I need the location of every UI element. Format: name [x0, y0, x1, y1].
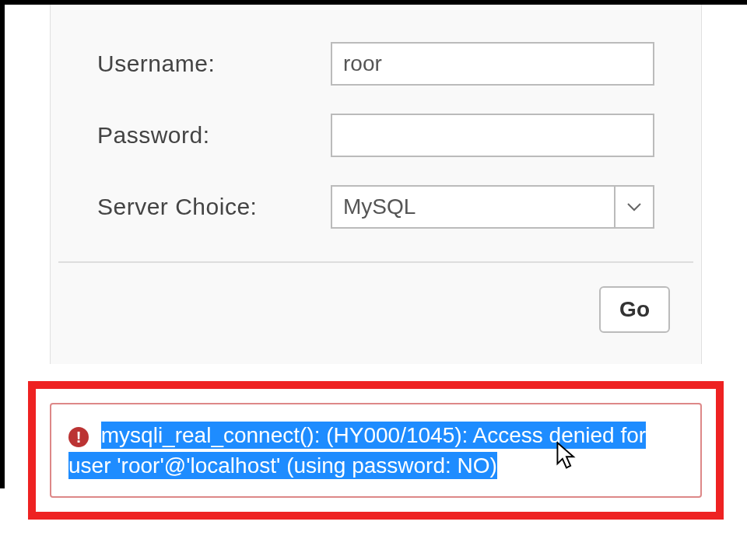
- server-choice-select[interactable]: MySQL: [331, 185, 654, 229]
- server-choice-label: Server Choice:: [97, 194, 331, 220]
- password-label: Password:: [97, 122, 331, 149]
- server-choice-row: Server Choice: MySQL: [51, 171, 701, 243]
- login-form: Username: Password: Server Choice: MySQL…: [50, 5, 702, 364]
- error-highlight-frame: ! mysqli_real_connect(): (HY000/1045): A…: [28, 381, 724, 520]
- chevron-down-icon: [614, 185, 654, 229]
- username-input[interactable]: [331, 42, 654, 86]
- viewport: Username: Password: Server Choice: MySQL…: [0, 0, 747, 488]
- error-message-text[interactable]: mysqli_real_connect(): (HY000/1045): Acc…: [68, 422, 646, 479]
- username-row: Username:: [51, 28, 701, 100]
- server-choice-value: MySQL: [331, 185, 614, 229]
- username-label: Username:: [97, 51, 331, 77]
- password-row: Password:: [51, 100, 701, 171]
- password-input[interactable]: [331, 114, 654, 157]
- error-icon: !: [68, 427, 89, 447]
- go-button[interactable]: Go: [599, 286, 670, 333]
- error-message-box: ! mysqli_real_connect(): (HY000/1045): A…: [50, 403, 702, 498]
- form-actions: Go: [51, 263, 701, 333]
